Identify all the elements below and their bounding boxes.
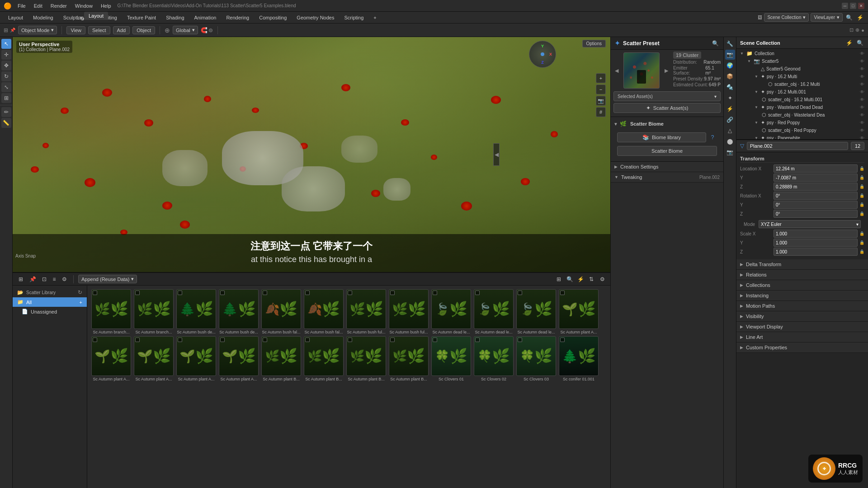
close-button[interactable]: ✕	[858, 3, 864, 9]
asset-item[interactable]: 🌱 Sc Autumn plant A...	[176, 336, 217, 381]
asset-item[interactable]: 🍂 Sc Autumn bush fal...	[303, 289, 344, 334]
location-x-lock[interactable]: 🔒	[859, 166, 864, 171]
asset-checkbox[interactable]	[348, 338, 352, 342]
asset-checkbox[interactable]	[390, 291, 395, 295]
asset-item[interactable]: 🌿 Sc Autumn branch...	[133, 289, 174, 334]
rotation-z-value[interactable]: 0°	[774, 210, 858, 218]
modifier-tab[interactable]: 🔩	[725, 82, 735, 92]
asset-item[interactable]: 🌱 Sc Autumn plant A...	[558, 289, 599, 334]
asset-item[interactable]: 🍀 Sc Clovers 02	[473, 336, 514, 381]
creation-settings-header[interactable]: ▶ Creation Settings	[611, 162, 723, 172]
asset-checkbox[interactable]	[560, 338, 565, 342]
object-properties-tab[interactable]: 📦	[725, 71, 735, 81]
scale-y-lock[interactable]: 🔒	[859, 240, 864, 245]
object-mode-dropdown[interactable]: Object Mode ▾	[18, 26, 57, 34]
menu-render[interactable]: Render	[47, 2, 71, 9]
ab-unassigned-item[interactable]: 📄 Unassigned	[13, 307, 87, 316]
asset-checkbox[interactable]	[93, 338, 97, 342]
maximize-button[interactable]: □	[850, 3, 856, 9]
constraints-tab[interactable]: 🔗	[725, 115, 735, 125]
scale-x-lock[interactable]: 🔒	[859, 231, 864, 236]
ab-filter-icon[interactable]: ⚡	[576, 275, 585, 284]
properties-search-icon[interactable]: 🔍	[855, 38, 864, 47]
tab-layout[interactable]: Layout	[4, 14, 28, 22]
object-name-field[interactable]: Plane.002	[747, 142, 848, 150]
scale-tool-btn[interactable]: ⤡	[1, 82, 11, 92]
tab-layout-active[interactable]: Layout	[72, 14, 96, 22]
scatter-prev-btn[interactable]: ◀	[613, 52, 620, 89]
ab-list-view-btn[interactable]: ≡	[50, 275, 59, 284]
asset-checkbox[interactable]	[433, 291, 437, 295]
tab-animation[interactable]: Animation	[190, 14, 221, 22]
delta-transform-header[interactable]: ▶ Delta Transform	[736, 259, 868, 269]
psy-poppy-vis[interactable]: 👁	[860, 120, 864, 125]
asset-checkbox[interactable]	[433, 338, 437, 342]
psy-wasteland-vis[interactable]: 👁	[860, 105, 864, 110]
asset-checkbox[interactable]	[263, 291, 267, 295]
scatter-next-btn[interactable]: ▶	[663, 52, 670, 89]
select-tool-btn[interactable]: ↖	[1, 39, 11, 49]
location-y-value[interactable]: -7.0087 m	[774, 174, 858, 182]
menu-window[interactable]: Window	[71, 2, 96, 9]
menu-help[interactable]: Help	[97, 2, 115, 9]
active-tool-tab[interactable]: 🔧	[725, 39, 735, 49]
select-menu-btn[interactable]: Select	[88, 26, 110, 34]
tree-scatter-obj-16-001[interactable]: ⬡ scatter_obj · 16.2 Multi.001 👁	[738, 96, 866, 103]
rotation-y-value[interactable]: 0°	[774, 201, 858, 209]
so-poppy-vis[interactable]: 👁	[860, 128, 864, 133]
asset-checkbox[interactable]	[220, 338, 225, 342]
visibility-header[interactable]: ▶ Visibility	[736, 311, 868, 321]
asset-checkbox[interactable]	[305, 291, 310, 295]
transform-orientation-dropdown[interactable]: Global ▾	[173, 26, 198, 34]
viewlayer-selector[interactable]: ViewLayer ▾	[811, 13, 843, 22]
scatter-assets-btn[interactable]: ✦ Scatter Asset(s)	[613, 103, 721, 113]
tree-collection[interactable]: ▼ 📁 Collection 👁	[738, 50, 866, 57]
rotate-tool-btn[interactable]: ↻	[1, 71, 11, 81]
tree-psy-paperwhite[interactable]: ▼ ✦ psy · Paperwhite 👁	[738, 134, 866, 139]
move-tool-btn[interactable]: ✥	[1, 61, 11, 70]
asset-checkbox[interactable]	[178, 291, 182, 295]
location-z-value[interactable]: 0.28889 m	[774, 183, 858, 191]
selected-assets-dropdown[interactable]: Selected Asset(s) ▾	[613, 91, 721, 101]
cursor-tool-btn[interactable]: ✛	[1, 50, 11, 60]
properties-filter-icon[interactable]: ⚡	[844, 38, 854, 47]
asset-item[interactable]: 🌱 Sc Autumn plant A...	[133, 336, 174, 381]
tab-add[interactable]: +	[369, 14, 381, 22]
asset-item[interactable]: 🍀 Sc Clovers 03	[516, 336, 557, 381]
psy16-visibility[interactable]: 👁	[860, 74, 864, 79]
asset-checkbox[interactable]	[475, 291, 480, 295]
so-wasteland-vis[interactable]: 👁	[860, 113, 864, 117]
collection-visibility[interactable]: 👁	[860, 51, 864, 56]
scale-x-value[interactable]: 1.000	[774, 230, 858, 238]
rotation-x-value[interactable]: 0°	[774, 192, 858, 200]
asset-item[interactable]: 🌿 Sc Autumn plant B...	[388, 336, 429, 381]
asset-checkbox[interactable]	[475, 338, 480, 342]
asset-checkbox[interactable]	[560, 291, 565, 295]
asset-item[interactable]: 🌿 Sc Autumn branch...	[91, 289, 132, 334]
scale-z-value[interactable]: 1.000	[774, 248, 858, 256]
ab-all-item[interactable]: 📁 All +	[13, 297, 87, 307]
scene-selector[interactable]: Scene Collection ▾	[764, 13, 809, 22]
frame-number[interactable]: 12	[851, 142, 864, 150]
psy16-001-visibility[interactable]: 👁	[860, 89, 864, 94]
ab-properties-btn[interactable]: ⚙	[60, 275, 69, 284]
scale-z-lock[interactable]: 🔒	[859, 249, 864, 254]
add-menu-btn[interactable]: Add	[113, 26, 130, 34]
asset-checkbox[interactable]	[263, 338, 267, 342]
scene-tab[interactable]: 📷	[725, 50, 735, 60]
asset-item[interactable]: 🌿 Sc Autumn plant B...	[261, 336, 302, 381]
tweaking-header[interactable]: ▼ Tweaking Plane.002	[611, 172, 723, 182]
location-x-value[interactable]: 12.264 m	[774, 164, 858, 173]
tab-compositing[interactable]: Compositing	[255, 14, 291, 22]
tree-psy-red-poppy[interactable]: ▼ ✦ psy · Red Poppy 👁	[738, 119, 866, 127]
asset-item[interactable]: 🍀 Sc Clovers 01	[431, 336, 472, 381]
scale-y-value[interactable]: 1.000	[774, 239, 858, 247]
collections-header[interactable]: ▶ Collections	[736, 280, 868, 290]
tab-rendering[interactable]: Rendering	[222, 14, 254, 22]
physics-tab[interactable]: ⚡	[725, 104, 735, 114]
ab-icon-view-btn[interactable]: ⊡	[40, 275, 49, 284]
scatter5-visibility[interactable]: 👁	[860, 59, 864, 64]
line-art-header[interactable]: ▶ Line Art	[736, 332, 868, 342]
relations-header[interactable]: ▶ Relations	[736, 270, 868, 280]
tab-modeling[interactable]: Modeling	[28, 14, 58, 22]
